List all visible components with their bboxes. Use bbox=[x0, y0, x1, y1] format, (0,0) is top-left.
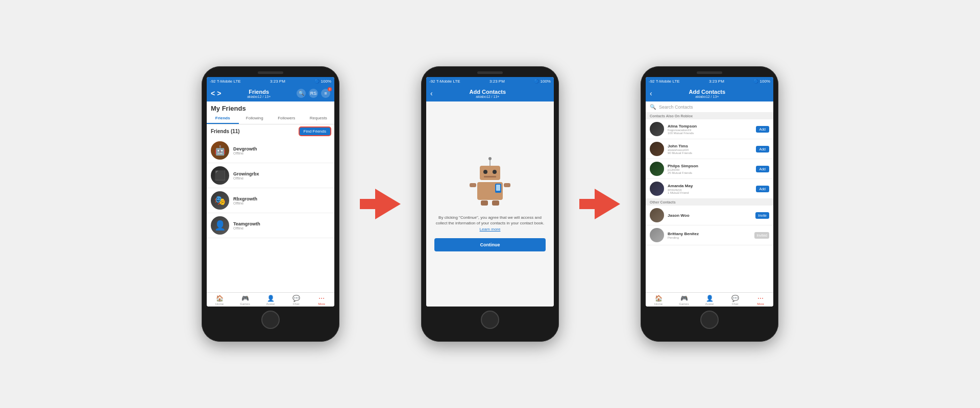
status-icons-3: 🔵 100% bbox=[753, 79, 770, 84]
robot-svg bbox=[467, 157, 513, 208]
header-subtitle-1: akiabo12 / 13+ bbox=[247, 95, 271, 98]
nav-chat[interactable]: 💬 Chat bbox=[283, 295, 309, 305]
home-button-1[interactable] bbox=[261, 311, 280, 329]
svg-rect-7 bbox=[470, 183, 476, 187]
avatar bbox=[650, 142, 664, 156]
add-button[interactable]: Add bbox=[756, 166, 769, 172]
tab-friends[interactable]: Friends bbox=[207, 113, 239, 124]
time-3: 3:23 PM bbox=[709, 79, 724, 84]
friend-name: Teamgrowth bbox=[233, 221, 260, 226]
arrow-body-1 bbox=[360, 199, 375, 209]
home-icon-3: 🏠 bbox=[655, 295, 663, 302]
contact-sub: Pending bbox=[668, 236, 751, 239]
svg-rect-12 bbox=[496, 185, 500, 191]
list-item: Philps Simpson p12h000 25 Mutual Friends… bbox=[646, 159, 773, 179]
status-bar-2: -92 T-Mobile LTE 3:23 PM 🔵 100% bbox=[426, 77, 554, 85]
my-friends-title: My Friends bbox=[211, 105, 330, 112]
contact-mutual: 90 Mutual Friends bbox=[668, 151, 752, 155]
arrow-1 bbox=[360, 189, 401, 219]
back-arrow-1[interactable]: < bbox=[211, 89, 215, 97]
nav-home-3[interactable]: 🏠 Home bbox=[646, 295, 671, 305]
contact-name: Alina Tompson bbox=[668, 124, 752, 129]
page-title-area: My Friends bbox=[207, 101, 334, 113]
search-icon-3: 🔍 bbox=[650, 104, 656, 110]
header-center-3: Add Contacts akiabo12 / 13+ bbox=[652, 89, 762, 98]
search-bar: 🔍 Search Contacts bbox=[646, 101, 773, 113]
more-label-3: More bbox=[757, 302, 764, 305]
avatar-icon-3: 👤 bbox=[706, 295, 714, 302]
contact-info: Amanda May amayayya 1 Mutual Friend bbox=[668, 184, 752, 194]
phone-speaker-3 bbox=[697, 71, 722, 74]
add-button[interactable]: Add bbox=[756, 186, 769, 192]
nav-home[interactable]: 🏠 Home bbox=[207, 295, 232, 305]
list-item: 🤖 Devgrowth Offline bbox=[207, 138, 334, 163]
avatar: ⬛ bbox=[211, 166, 229, 185]
header-icons-1: 🔍 RS ≡ 3 bbox=[297, 89, 330, 98]
nav-chat-3[interactable]: 💬 Chat bbox=[722, 295, 748, 305]
svg-rect-9 bbox=[481, 200, 488, 206]
friends-list: 🤖 Devgrowth Offline ⬛ Growingrbx Offline… bbox=[207, 138, 334, 292]
avatar-label-3: Avatar bbox=[705, 302, 714, 305]
header-title-3: Add Contacts bbox=[689, 89, 726, 95]
nav-avatar[interactable]: 👤 Avatar bbox=[258, 295, 283, 305]
nav-avatar-3[interactable]: 👤 Avatar bbox=[697, 295, 722, 305]
tab-requests[interactable]: Requests bbox=[303, 113, 335, 124]
header-title-2: Add Contacts bbox=[470, 89, 506, 95]
carrier-1: -92 T-Mobile LTE bbox=[210, 79, 241, 84]
bottom-nav-1: 🏠 Home 🎮 Games 👤 Avatar 💬 Chat ⋯ M bbox=[207, 292, 334, 307]
tab-following[interactable]: Following bbox=[239, 113, 271, 124]
status-bar-3: -92 T-Mobile LTE 3:23 PM 🔵 100% bbox=[646, 77, 773, 85]
forward-arrow-1[interactable]: > bbox=[217, 89, 221, 97]
contact-name: Brittany Benitez bbox=[668, 232, 751, 236]
contact-mutual: 100 Mutual Friends bbox=[668, 132, 752, 135]
learn-more-link[interactable]: Learn more bbox=[480, 227, 501, 232]
search-input[interactable]: Search Contacts bbox=[659, 105, 769, 110]
status-icons-2: 🔵 100% bbox=[534, 79, 551, 84]
scene: -92 T-Mobile LTE 3:23 PM 🔵 100% < > Frie… bbox=[0, 0, 980, 408]
nav-more-3[interactable]: ⋯ More bbox=[748, 295, 773, 305]
home-icon: 🏠 bbox=[216, 295, 224, 302]
search-icon[interactable]: 🔍 bbox=[297, 89, 306, 98]
header-subtitle-2: akiabo12 / 13+ bbox=[476, 95, 499, 98]
phone-2: -92 T-Mobile LTE 3:23 PM 🔵 100% ‹ Add Co… bbox=[421, 66, 559, 342]
home-label-3: Home bbox=[654, 302, 663, 305]
nav-games-3[interactable]: 🎮 Games bbox=[671, 295, 697, 305]
chat-label: Chat bbox=[293, 302, 300, 305]
add-button[interactable]: Add bbox=[756, 146, 769, 152]
arrow-body-2 bbox=[579, 199, 595, 209]
chat-icon: 💬 bbox=[292, 295, 300, 302]
contact-info: Brittany Benitez Pending bbox=[668, 232, 751, 239]
avatar: 🤖 bbox=[211, 141, 229, 160]
games-icon: 🎮 bbox=[241, 295, 249, 302]
invited-button[interactable]: Invited bbox=[754, 232, 769, 239]
friends-count: Friends (11) bbox=[211, 129, 240, 134]
contact-name: Philps Simpson bbox=[668, 164, 752, 168]
list-item: 👤 Teamgrowth Offline bbox=[207, 213, 334, 238]
avatar-icon: 👤 bbox=[267, 295, 275, 302]
nav-games[interactable]: 🎮 Games bbox=[232, 295, 258, 305]
find-friends-button[interactable]: Find Friends bbox=[300, 128, 330, 135]
contact-info: Jason Woo bbox=[668, 213, 752, 218]
status-bar-1: -92 T-Mobile LTE 3:23 PM 🔵 100% bbox=[207, 77, 334, 85]
friend-name: Rbxgrowth bbox=[233, 196, 257, 201]
avatar-label: Avatar bbox=[266, 302, 275, 305]
add-button[interactable]: Add bbox=[756, 126, 769, 133]
invite-button[interactable]: Invite bbox=[755, 212, 769, 219]
friend-status: Offline bbox=[233, 151, 257, 155]
menu-icon[interactable]: ≡ 3 bbox=[321, 89, 330, 98]
nav-more[interactable]: ⋯ More bbox=[309, 295, 334, 305]
home-button-3[interactable] bbox=[700, 311, 719, 329]
profile-icon[interactable]: RS bbox=[309, 89, 318, 98]
svg-point-4 bbox=[493, 170, 497, 174]
home-button-2[interactable] bbox=[481, 311, 499, 329]
avatar bbox=[650, 208, 664, 222]
continue-button[interactable]: Continue bbox=[434, 238, 546, 251]
tabs-1: Friends Following Followers Requests bbox=[207, 113, 334, 124]
games-icon-3: 🎮 bbox=[680, 295, 688, 302]
phone-screen-1: -92 T-Mobile LTE 3:23 PM 🔵 100% < > Frie… bbox=[207, 77, 334, 307]
carrier-3: -92 T-Mobile LTE bbox=[649, 79, 680, 84]
contact-info: John Tims alsisishooozt34 90 Mutual Frie… bbox=[668, 144, 752, 155]
section-header-1: Friends (11) Find Friends bbox=[207, 124, 334, 138]
tab-followers[interactable]: Followers bbox=[271, 113, 303, 124]
list-item: Jason Woo Invite bbox=[646, 206, 773, 225]
